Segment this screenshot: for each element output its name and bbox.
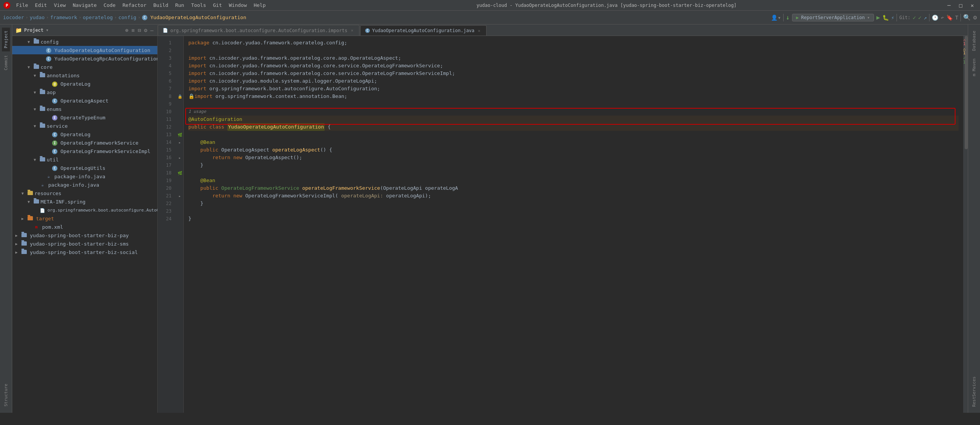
breadcrumb-operatelog[interactable]: operatelog — [83, 15, 113, 20]
menu-edit[interactable]: Edit — [32, 2, 50, 9]
menu-navigate[interactable]: Navigate — [70, 2, 100, 9]
tree-class-OperateLog-annotation[interactable]: @ OperateLog — [12, 80, 157, 88]
tree-folder-meta-inf-spring[interactable]: ▼ META-INF.spring — [12, 197, 157, 206]
menu-build[interactable]: Build — [150, 2, 172, 9]
right-tab-rest-services[interactable]: RestServices — [970, 373, 978, 410]
left-tab-commit[interactable]: Commit — [2, 52, 10, 73]
close-button[interactable]: ✕ — [968, 1, 977, 10]
maximize-button[interactable]: □ — [956, 1, 965, 10]
git-check2[interactable]: ✓ — [918, 15, 921, 21]
tree-folder-annotations[interactable]: ▼ annotations — [12, 71, 157, 80]
sidebar-add-icon[interactable]: ⊕ — [124, 26, 129, 34]
sidebar-minus-icon[interactable]: — — [150, 26, 154, 34]
tab-yudao-config[interactable]: C YudaoOperateLogAutoConfiguration.java … — [360, 25, 487, 36]
menu-file[interactable]: File — [13, 2, 31, 9]
menu-help[interactable]: Help — [251, 2, 269, 9]
gutter-lock-8[interactable]: 🔒 — [176, 93, 183, 100]
tree-folder-target[interactable]: ▶ target — [12, 214, 157, 223]
sidebar-gear-icon[interactable]: ⚙ — [143, 26, 148, 34]
tree-class-OperateLogUtils[interactable]: C OperateLogUtils — [12, 164, 157, 172]
gutter-17 — [176, 161, 183, 169]
gutter-fold-14[interactable]: ▸ — [176, 138, 183, 146]
gutter-bean-13[interactable]: 🌿 — [176, 131, 183, 138]
right-tab-maven[interactable]: m Maven — [970, 55, 978, 79]
tree-file-autoconfiguration-imports[interactable]: 📄 org.springframework.boot.autoconfigure… — [12, 206, 157, 214]
coverage-button[interactable]: ⚡ — [891, 15, 894, 21]
menu-view[interactable]: View — [51, 2, 69, 9]
breadcrumb-framework[interactable]: framework — [50, 15, 77, 20]
tab-config-close[interactable]: ✕ — [477, 28, 482, 34]
bookmark-button[interactable]: 🔖 — [946, 15, 953, 21]
left-tab-project[interactable]: Project — [2, 28, 10, 51]
left-tab-structure[interactable]: Structure — [2, 381, 10, 410]
breadcrumb-config[interactable]: config — [118, 15, 136, 20]
tree-class-OperateLogFrameworkService[interactable]: I OperateLogFrameworkService — [12, 138, 157, 147]
menu-tools[interactable]: Tools — [188, 2, 209, 9]
tab-imports-close[interactable]: ✕ — [350, 28, 354, 33]
project-dropdown-icon[interactable]: ▾ — [46, 27, 49, 33]
tree-folder-aop[interactable]: ▼ aop — [12, 88, 157, 96]
tree-class-OperateLogFrameworkServiceImpl[interactable]: C OperateLogFrameworkServiceImpl — [12, 147, 157, 155]
tree-folder-core[interactable]: ▼ core — [12, 63, 157, 71]
line-num-19: 19 — [159, 177, 175, 184]
code-line-7: import org.springframework.boot.autoconf… — [188, 85, 959, 93]
tab-autoconfiguration-imports[interactable]: 📄 org.springframework.boot.autoconfigure… — [158, 25, 359, 36]
tree-file-package-info-root[interactable]: ☕ package-info.java — [12, 181, 157, 189]
menu-run[interactable]: Run — [172, 2, 187, 9]
code-line-18: @Bean — [188, 177, 959, 184]
menu-refactor[interactable]: Refactor — [119, 2, 150, 9]
right-tab-database[interactable]: Database — [970, 28, 978, 54]
gutter-14: ▸ — [176, 138, 183, 146]
run-config-name: ReportServerApplication — [801, 15, 865, 20]
breadcrumb-iocoder[interactable]: iocoder — [3, 15, 24, 20]
tree-class-OperateTypeEnum[interactable]: E OperateTypeEnum — [12, 113, 157, 122]
run-config-selector[interactable]: ▶ ReportServerApplication ▾ — [792, 14, 874, 21]
code-line-21: } — [188, 200, 959, 207]
menu-code[interactable]: Code — [101, 2, 119, 9]
tree-folder-util[interactable]: ▼ util — [12, 155, 157, 164]
debug-button[interactable]: 🐛 — [882, 15, 889, 21]
code-editor[interactable]: package cn.iocoder.yudao.framework.opera… — [184, 36, 963, 413]
line-num-23: 23 — [159, 207, 175, 215]
tree-folder-enums[interactable]: ▼ enums — [12, 105, 157, 113]
menu-git[interactable]: Git — [210, 2, 225, 9]
profile-button[interactable]: 👤▾ — [771, 15, 781, 21]
settings-button[interactable]: ⚙ — [973, 14, 977, 21]
git-push[interactable]: ↗ — [924, 15, 927, 21]
sidebar-list-icon[interactable]: ≡ — [131, 26, 135, 34]
gutter-24 — [176, 215, 183, 223]
tree-file-pom-xml[interactable]: m pom.xml — [12, 223, 157, 231]
breadcrumb-current[interactable]: YudaoOperateLogAutoConfiguration — [150, 15, 246, 20]
gutter-3 — [176, 54, 183, 62]
history-button[interactable]: 🕐 — [932, 15, 938, 21]
tab-imports-label: org.springframework.boot.autoconfigure.A… — [170, 28, 347, 33]
tree-folder-biz-social[interactable]: ▶ yudao-spring-boot-starter-biz-social — [12, 248, 157, 256]
tree-folder-config[interactable]: ▼ config — [12, 37, 157, 46]
git-check1[interactable]: ✓ — [913, 15, 916, 21]
gutter-bean-18[interactable]: 🌿 — [176, 169, 183, 177]
run-button[interactable]: ▶ — [876, 14, 880, 21]
tree-class-OperateLog-service[interactable]: C OperateLog — [12, 130, 157, 138]
tree-class-OperateLogAspect[interactable]: C OperateLogAspect — [12, 96, 157, 105]
code-line-5: import cn.iocoder.yudao.framework.operat… — [188, 70, 959, 77]
tree-folder-biz-pay[interactable]: ▶ yudao-spring-boot-starter-biz-pay — [12, 231, 157, 239]
rollback-button[interactable]: ↶ — [941, 15, 944, 21]
tree-file-package-info-core[interactable]: ☕ package-info.java — [12, 172, 157, 181]
gutter-fold-21[interactable]: ▸ — [176, 192, 183, 200]
tree-folder-service[interactable]: ▼ service — [12, 122, 157, 130]
minimize-button[interactable]: ─ — [944, 1, 954, 10]
translate-button[interactable]: T — [955, 15, 958, 21]
gutter-fold-16[interactable]: ▸ — [176, 154, 183, 161]
menu-window[interactable]: Window — [226, 2, 250, 9]
editor-scrollbar-area: ⚠ 1 △ 1 ✓ 1 — [963, 36, 968, 413]
breadcrumb-yudao[interactable]: yudao — [29, 15, 44, 20]
tree-folder-resources[interactable]: ▼ resources — [12, 189, 157, 197]
search-everywhere-button[interactable]: 🔍 — [963, 14, 971, 21]
tree-class-YudaoOperateLogRpcAutoConfiguration[interactable]: C YudaoOperateLogRpcAutoConfiguration — [12, 54, 157, 63]
line-numbers: 1 2 3 4 5 6 7 8 9 10 11 12 13 14 15 16 1… — [158, 36, 176, 413]
tree-folder-biz-sms[interactable]: ▶ yudao-spring-boot-starter-biz-sms — [12, 239, 157, 248]
sidebar-split-icon[interactable]: ⊟ — [137, 26, 142, 34]
gutter-1 — [176, 39, 183, 47]
tree-class-YudaoOperateLogAutoConfiguration[interactable]: C YudaoOperateLogAutoConfiguration — [12, 46, 157, 54]
vcs-update-icon[interactable]: ↓ — [786, 14, 790, 21]
